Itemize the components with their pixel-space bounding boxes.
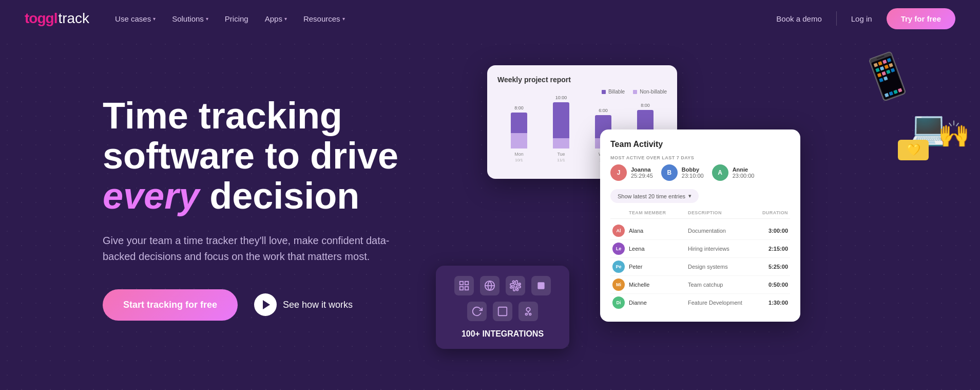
nav-item-pricing[interactable]: Pricing bbox=[218, 10, 256, 27]
bar-billable bbox=[553, 102, 569, 138]
chart-legend: Billable Non-billable bbox=[497, 89, 667, 95]
most-active-label: MOST ACTIVE OVER LAST 7 DAYS bbox=[610, 155, 790, 160]
svg-point-8 bbox=[526, 308, 530, 311]
hero-section: Time tracking software to drive every de… bbox=[0, 37, 980, 390]
hero-visuals: 📱 💻 🙌 💛 Weekly project report Billable N… bbox=[436, 37, 980, 390]
integrations-card: 100+ INTEGRATIONS bbox=[436, 266, 569, 349]
avatar-peter: Pe bbox=[612, 261, 625, 273]
integration-icon-notion bbox=[531, 276, 551, 295]
table-row: Al Alana Documentation 3:00:00 bbox=[610, 222, 790, 240]
phone-illustration: 📱 bbox=[855, 45, 920, 108]
avatar-annie: A bbox=[712, 164, 728, 181]
book-demo-button[interactable]: Book a demo bbox=[770, 10, 828, 27]
avatar-bobby: B bbox=[661, 164, 678, 181]
weekly-report-title: Weekly project report bbox=[497, 76, 667, 84]
integration-icon-github bbox=[518, 302, 538, 321]
play-triangle bbox=[263, 300, 270, 309]
svg-point-10 bbox=[529, 313, 531, 315]
table-row: Pe Peter Design systems 5:25:00 bbox=[610, 258, 790, 276]
hero-subtext: Give your team a time tracker they'll lo… bbox=[103, 233, 390, 265]
active-member-annie: A Annie 23:00:00 bbox=[712, 164, 755, 181]
avatar-michelle: Mi bbox=[612, 278, 625, 291]
bar-nonbillable bbox=[553, 138, 569, 148]
try-for-free-button[interactable]: Try for free bbox=[887, 8, 955, 29]
bar-nonbillable bbox=[511, 133, 527, 148]
billable-dot bbox=[602, 90, 606, 94]
nav-links: Use cases ▾ Solutions ▾ Pricing Apps ▾ R… bbox=[108, 10, 770, 27]
avatar-dianne: Di bbox=[612, 296, 625, 309]
logo[interactable]: toggl track bbox=[25, 10, 89, 27]
legend-nonbillable: Non-billable bbox=[633, 89, 667, 95]
chevron-down-icon: ▾ bbox=[206, 16, 208, 22]
hero-buttons: Start tracking for free See how it works bbox=[103, 289, 398, 321]
avatar-leena: Le bbox=[612, 243, 625, 255]
table-row: Mi Michelle Team catchup 0:50:00 bbox=[610, 276, 790, 294]
chevron-down-icon: ▾ bbox=[342, 16, 345, 22]
watch-video-button[interactable]: See how it works bbox=[254, 293, 353, 316]
svg-rect-7 bbox=[498, 307, 507, 316]
login-button[interactable]: Log in bbox=[845, 10, 878, 27]
svg-rect-6 bbox=[537, 282, 544, 289]
integration-icon-slack bbox=[506, 276, 525, 295]
svg-point-9 bbox=[526, 313, 528, 315]
integration-icon-refresh bbox=[467, 302, 487, 321]
nav-item-use-cases[interactable]: Use cases ▾ bbox=[108, 10, 163, 27]
avatar-joanna: J bbox=[610, 164, 627, 181]
table-header: TEAM MEMBER DESCRIPTION DURATION bbox=[610, 210, 790, 219]
bar-billable bbox=[511, 113, 527, 133]
table-row: Di Dianne Feature Development 1:30:00 bbox=[610, 294, 790, 311]
chevron-down-icon: ▾ bbox=[284, 16, 287, 22]
navbar: toggl track Use cases ▾ Solutions ▾ Pric… bbox=[0, 0, 980, 37]
yellow-accent: 💛 bbox=[898, 140, 929, 160]
integration-icon-layers bbox=[454, 276, 474, 295]
team-activity-title: Team Activity bbox=[610, 140, 790, 149]
chevron-down-icon: ▾ bbox=[153, 16, 156, 22]
integration-icon-grid bbox=[480, 276, 499, 295]
chevron-down-icon: ▾ bbox=[688, 193, 691, 199]
nav-divider bbox=[836, 11, 837, 26]
logo-track: track bbox=[58, 10, 89, 27]
avatar-alana: Al bbox=[612, 225, 625, 237]
svg-rect-3 bbox=[465, 287, 468, 290]
integration-icons bbox=[448, 276, 557, 321]
team-activity-card: Team Activity MOST ACTIVE OVER LAST 7 DA… bbox=[600, 129, 800, 322]
active-member-bobby: B Bobby 23:10:00 bbox=[661, 164, 704, 181]
svg-rect-0 bbox=[460, 282, 463, 285]
start-tracking-button[interactable]: Start tracking for free bbox=[103, 289, 238, 321]
active-members: J Joanna 25:29:45 B Bobby 23:10:00 A bbox=[610, 164, 790, 181]
bar-mon: 8:00 Mon 10/1 bbox=[502, 105, 536, 162]
play-icon bbox=[254, 293, 277, 316]
nav-right: Book a demo Log in Try for free bbox=[770, 8, 955, 29]
hero-headline: Time tracking software to drive every de… bbox=[103, 96, 398, 216]
bar-tue: 10:00 Tue 11/1 bbox=[544, 95, 579, 162]
svg-rect-1 bbox=[465, 282, 468, 285]
active-member-joanna: J Joanna 25:29:45 bbox=[610, 164, 653, 181]
show-entries-button[interactable]: Show latest 20 time entries ▾ bbox=[610, 189, 699, 203]
nav-item-apps[interactable]: Apps ▾ bbox=[258, 10, 294, 27]
legend-billable: Billable bbox=[602, 89, 625, 95]
nav-item-solutions[interactable]: Solutions ▾ bbox=[165, 10, 216, 27]
integration-icon-square bbox=[493, 302, 512, 321]
hands-icon: 🙌 bbox=[938, 119, 970, 149]
table-row: Le Leena Hiring interviews 2:15:00 bbox=[610, 240, 790, 258]
logo-toggl: toggl bbox=[25, 10, 57, 27]
nonbillable-dot bbox=[633, 90, 637, 94]
integration-label: 100+ INTEGRATIONS bbox=[448, 329, 557, 339]
hero-content: Time tracking software to drive every de… bbox=[103, 96, 398, 320]
nav-item-resources[interactable]: Resources ▾ bbox=[296, 10, 352, 27]
svg-rect-2 bbox=[460, 287, 463, 290]
